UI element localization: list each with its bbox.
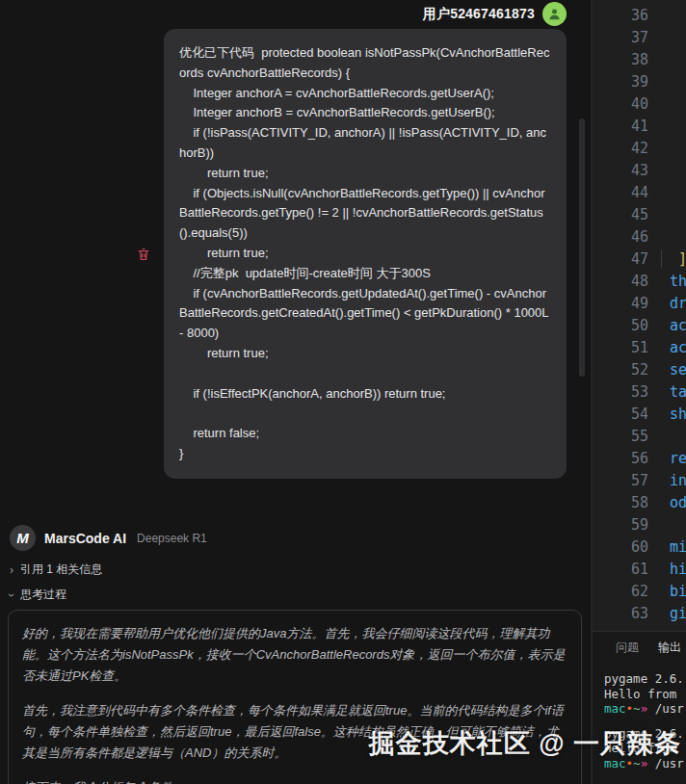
editor-line[interactable]: 57inv <box>593 469 686 491</box>
code-fragment: odo <box>670 494 686 511</box>
watermark: 掘金技术社区 @ 一只辣条 <box>369 726 681 761</box>
line-number: 60 <box>593 538 648 556</box>
code-fragment: sen <box>670 361 686 379</box>
line-number: 58 <box>593 494 648 511</box>
thinking-paragraph: 好的，我现在需要帮助用户优化他们提供的Java方法。首先，我会仔细阅读这段代码，… <box>22 623 567 687</box>
user-avatar[interactable] <box>542 2 567 26</box>
line-number: 54 <box>593 405 648 423</box>
person-icon <box>547 7 562 21</box>
terminal-line: Hello from <box>604 687 686 702</box>
line-number: 45 <box>593 206 648 223</box>
editor-line[interactable]: 38 <box>593 48 686 70</box>
line-number: 38 <box>593 51 648 68</box>
editor-line[interactable]: 61hig <box>593 558 686 580</box>
terminal-line <box>604 717 686 726</box>
user-header: 用户52467461873 <box>423 2 567 26</box>
editor-line[interactable]: 52sen <box>593 358 686 380</box>
editor-line[interactable]: 58odo <box>593 491 686 513</box>
user-name: 用户52467461873 <box>423 6 535 23</box>
code-fragment: dra <box>670 295 686 312</box>
code-fragment: inv <box>670 472 686 489</box>
code-fragment: the <box>670 273 686 290</box>
output-panel: 问题输出 pygame 2.6.Hello from mac•~» /usrpy… <box>591 631 686 784</box>
editor-line[interactable]: 40 <box>593 92 686 115</box>
user-message-bubble: 优化已下代码 protected boolean isNotPassPk(CvA… <box>164 29 567 479</box>
marscode-logo-icon: M <box>10 525 36 551</box>
line-number: 37 <box>593 29 648 46</box>
line-number: 48 <box>593 273 648 290</box>
editor-line[interactable]: 42 <box>593 137 686 159</box>
editor-line[interactable]: 59 <box>593 513 686 536</box>
code-fragment: rea <box>670 450 686 467</box>
panel-tab-问题[interactable]: 问题 <box>616 640 639 656</box>
chevron-down-icon: › <box>6 593 17 597</box>
line-number: 51 <box>593 339 648 356</box>
editor-line[interactable]: 47] <box>593 248 686 270</box>
line-number: 42 <box>593 140 648 157</box>
line-number: 52 <box>593 361 648 379</box>
line-number: 46 <box>593 228 648 246</box>
code-fragment: git <box>670 605 686 622</box>
line-number: 47 <box>593 250 648 268</box>
editor-line[interactable]: 49dra <box>593 292 686 314</box>
chat-panel: 用户52467461873 优化已下代码 protected boolean i… <box>0 0 590 784</box>
assistant-header: M MarsCode AI Deepseek R1 <box>10 525 207 551</box>
editor-line[interactable]: 54sha <box>593 403 686 425</box>
line-number: 41 <box>593 118 648 135</box>
line-number: 44 <box>593 184 648 201</box>
reference-toggle-label: 引用 1 相关信息 <box>20 562 102 578</box>
reference-toggle[interactable]: › 引用 1 相关信息 <box>10 562 102 578</box>
editor-line[interactable]: 41 <box>593 115 686 137</box>
code-fragment: act <box>670 339 686 356</box>
chat-scrollbar[interactable] <box>579 118 585 377</box>
line-number: 49 <box>593 295 648 312</box>
panel-tabs: 问题输出 <box>593 632 686 662</box>
panel-tab-输出[interactable]: 输出 <box>658 640 681 656</box>
line-number: 53 <box>593 383 648 401</box>
line-number: 39 <box>593 73 648 91</box>
line-number: 56 <box>593 450 648 467</box>
thinking-paragraph: 接下来，我会分析每个条件： <box>22 777 567 784</box>
line-number: 43 <box>593 162 648 179</box>
code-fragment: act <box>670 317 686 334</box>
line-number: 55 <box>593 428 648 445</box>
editor-line[interactable]: 45 <box>593 203 686 225</box>
chevron-right-icon: › <box>10 564 13 576</box>
thinking-toggle[interactable]: › 思考过程 <box>10 587 66 603</box>
line-number: 40 <box>593 95 648 113</box>
editor-line[interactable]: 39 <box>593 70 686 92</box>
app-window: 用户52467461873 优化已下代码 protected boolean i… <box>0 0 686 784</box>
editor-lines: 363738394041424344454647]48the49dra50act… <box>593 4 686 624</box>
code-fragment: ] <box>661 250 686 268</box>
terminal-line: pygame 2.6. <box>604 671 686 687</box>
assistant-model: Deepseek R1 <box>137 532 207 545</box>
line-number: 62 <box>593 583 648 600</box>
editor-line[interactable]: 56rea <box>593 447 686 469</box>
editor-line[interactable]: 60mid <box>593 536 686 558</box>
editor-line[interactable]: 43 <box>593 159 686 181</box>
line-number: 50 <box>593 317 648 334</box>
terminal-prompt-line: mac•~» /usr <box>604 701 686 717</box>
line-number: 59 <box>593 516 648 534</box>
editor-line[interactable]: 50act <box>593 314 686 336</box>
line-number: 63 <box>593 605 648 622</box>
editor-line[interactable]: 46 <box>593 225 686 248</box>
delete-message-icon[interactable] <box>136 246 151 263</box>
editor-line[interactable]: 48the <box>593 270 686 292</box>
editor-line[interactable]: 44 <box>593 181 686 203</box>
editor-line[interactable]: 55 <box>593 425 686 447</box>
editor-line[interactable]: 63git <box>593 602 686 624</box>
thinking-toggle-label: 思考过程 <box>20 587 66 603</box>
line-number: 57 <box>593 472 648 489</box>
editor-line[interactable]: 36 <box>593 4 686 26</box>
code-fragment: tak <box>670 383 686 401</box>
code-fragment: mid <box>670 538 686 556</box>
code-fragment: big <box>670 583 686 600</box>
line-number: 61 <box>593 561 648 578</box>
editor-line[interactable]: 37 <box>593 26 686 48</box>
code-fragment: hig <box>670 561 686 578</box>
editor-line[interactable]: 53tak <box>593 380 686 403</box>
editor-line[interactable]: 62big <box>593 580 686 602</box>
editor-line[interactable]: 51act <box>593 336 686 358</box>
code-fragment: sha <box>670 405 686 423</box>
